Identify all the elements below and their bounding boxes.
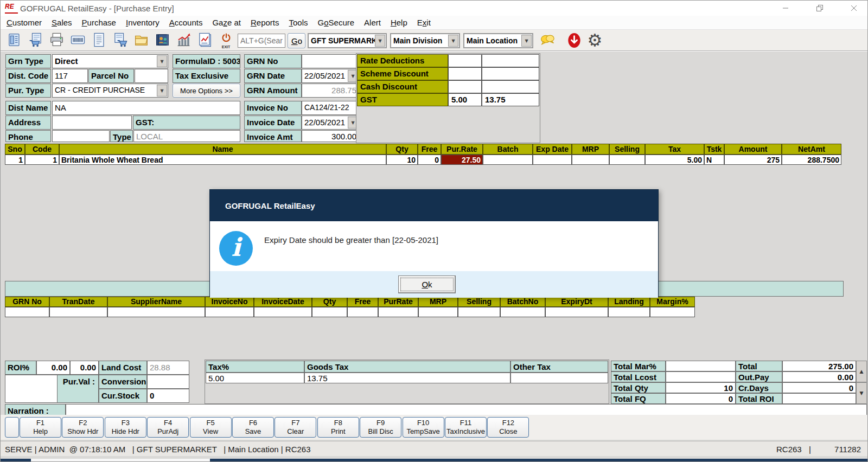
item-cell-name[interactable]: Britania Whole Wheat Bread bbox=[59, 155, 386, 165]
fkey-f5-button[interactable]: F5View bbox=[190, 417, 232, 438]
scroll-down-button[interactable]: ▼ bbox=[856, 382, 867, 404]
dist-code-input[interactable]: 117 bbox=[52, 69, 88, 83]
settings-toolbar-button[interactable]: ⚙ bbox=[584, 30, 605, 50]
barcode-toolbar-button[interactable] bbox=[67, 31, 88, 50]
chevron-down-icon[interactable]: ▼ bbox=[448, 35, 458, 47]
chevron-down-icon[interactable]: ▼ bbox=[157, 85, 167, 97]
menu-item-text: nventory bbox=[128, 18, 159, 27]
menu-item-help[interactable]: Help bbox=[386, 16, 412, 29]
document-toolbar-button[interactable] bbox=[88, 31, 110, 50]
grn-no-input[interactable] bbox=[302, 54, 359, 68]
item-cell-sno[interactable]: 1 bbox=[5, 155, 25, 165]
menu-item-gosecure[interactable]: GoSecure bbox=[313, 16, 360, 29]
deduction-value-2[interactable] bbox=[482, 67, 539, 80]
roi-value-2[interactable]: 0.00 bbox=[70, 361, 99, 375]
menu-item-inventory[interactable]: Inventory bbox=[121, 16, 164, 29]
fkey-f12-button[interactable]: F12Close bbox=[487, 417, 529, 438]
menu-item-accounts[interactable]: Accounts bbox=[164, 16, 208, 29]
pur-type-select[interactable]: CR - CREDIT PURCHASE▼ bbox=[52, 84, 168, 98]
scroll-up-button[interactable]: ▲ bbox=[856, 361, 867, 382]
exit-toolbar-button[interactable]: EXIT bbox=[215, 31, 237, 50]
fkey-f7-button[interactable]: F7Clear bbox=[275, 417, 316, 438]
fkey-f10-button[interactable]: F10TempSave bbox=[403, 417, 444, 438]
menu-item-tools[interactable]: Tools bbox=[284, 16, 313, 29]
deduction-value-2[interactable] bbox=[482, 54, 539, 67]
menu-item-reports[interactable]: Reports bbox=[246, 16, 284, 29]
invoice-date-picker[interactable]: 22/05/2021▼ bbox=[302, 116, 359, 130]
company-value: GFT SUPERMARKI bbox=[311, 36, 379, 45]
fkey-f9-button[interactable]: F9Bill Disc bbox=[360, 417, 401, 438]
chart-toolbar-button[interactable] bbox=[173, 31, 194, 50]
dist-name-input[interactable]: NA bbox=[52, 101, 240, 115]
bill-toolbar-button[interactable] bbox=[4, 31, 25, 50]
purchase-cart-toolbar-button[interactable] bbox=[110, 31, 131, 50]
deduction-value-2[interactable]: 13.75 bbox=[482, 93, 539, 106]
sales-cart-toolbar-button[interactable] bbox=[25, 31, 46, 50]
deduction-value-2[interactable] bbox=[482, 80, 539, 93]
contacts-toolbar-button[interactable] bbox=[152, 31, 173, 50]
restore-button[interactable] bbox=[807, 1, 832, 16]
invoice-amt-input[interactable]: 300.00 bbox=[302, 130, 359, 142]
item-cell-code[interactable]: 1 bbox=[25, 155, 59, 165]
fkey-f4-button[interactable]: F4PurAdj bbox=[147, 417, 189, 438]
menu-item-exit[interactable]: Exit bbox=[412, 16, 436, 29]
fkey-f2-button[interactable]: F2Show Hdr bbox=[62, 417, 104, 438]
invoice-no-input[interactable]: CA124/21-22 bbox=[302, 101, 359, 115]
other-tax-header: Other Tax bbox=[510, 361, 608, 373]
item-cell-qty[interactable]: 10 bbox=[386, 155, 418, 165]
chat-toolbar-button[interactable] bbox=[537, 31, 558, 51]
fkey-blank-button[interactable] bbox=[5, 417, 19, 438]
location-select[interactable]: Main Location▼ bbox=[463, 33, 533, 48]
menu-item-sales[interactable]: Sales bbox=[47, 16, 77, 29]
fkey-f1-button[interactable]: F1Help bbox=[20, 417, 61, 438]
dialog-titlebar[interactable]: GOFRUGAL RetailEasy bbox=[210, 190, 658, 221]
menu-item-purchase[interactable]: Purchase bbox=[77, 16, 121, 29]
item-cell-tax[interactable]: 5.00 bbox=[645, 155, 704, 165]
deduction-value-1[interactable]: 5.00 bbox=[448, 93, 482, 106]
company-select[interactable]: GFT SUPERMARKI▼ bbox=[308, 33, 387, 48]
item-cell-selling[interactable] bbox=[609, 155, 645, 165]
chevron-down-icon[interactable]: ▼ bbox=[157, 55, 167, 67]
go-button[interactable]: Go bbox=[288, 33, 305, 48]
ok-button[interactable]: Ok bbox=[398, 275, 456, 293]
report-toolbar-button[interactable] bbox=[194, 31, 215, 50]
item-cell-exp_date[interactable] bbox=[533, 155, 572, 165]
item-cell-pur_rate[interactable]: 27.50 bbox=[441, 155, 483, 165]
minimize-button[interactable] bbox=[773, 1, 798, 16]
print-toolbar-button[interactable] bbox=[46, 31, 67, 50]
fkey-f11-button[interactable]: F11TaxInclusive bbox=[445, 417, 487, 438]
item-cell-mrp[interactable] bbox=[572, 155, 609, 165]
menu-item-alert[interactable]: Alert bbox=[359, 16, 386, 29]
search-input[interactable] bbox=[238, 34, 285, 48]
chevron-down-icon[interactable]: ▼ bbox=[375, 35, 385, 47]
more-options-button[interactable]: More Options >> bbox=[173, 84, 240, 98]
menu-item-gaze-at[interactable]: Gaze at bbox=[207, 16, 246, 29]
item-cell-tstk[interactable]: N bbox=[704, 155, 724, 165]
deduction-value-1[interactable] bbox=[448, 80, 482, 93]
menu-item-accel: P bbox=[82, 18, 87, 27]
menu-item-customer[interactable]: Customer bbox=[2, 16, 47, 29]
folder-toolbar-button[interactable] bbox=[131, 31, 152, 50]
item-cell-batch[interactable] bbox=[483, 155, 533, 165]
address-input[interactable] bbox=[52, 116, 132, 130]
fkey-f6-button[interactable]: F6Save bbox=[232, 417, 274, 438]
item-cell-amount[interactable]: 275 bbox=[724, 155, 782, 165]
close-button[interactable] bbox=[841, 1, 866, 16]
deduction-value-1[interactable] bbox=[448, 54, 482, 67]
grn-type-select[interactable]: Direct▼ bbox=[52, 54, 168, 68]
deduction-value-1[interactable] bbox=[448, 67, 482, 80]
phone-input[interactable] bbox=[52, 130, 110, 142]
update-toolbar-button[interactable] bbox=[564, 31, 585, 51]
chevron-down-icon[interactable]: ▼ bbox=[521, 35, 532, 47]
fkey-f8-button[interactable]: F8Print bbox=[317, 417, 359, 438]
division-select[interactable]: Main Division▼ bbox=[390, 33, 460, 48]
item-cell-net_amt[interactable]: 288.7500 bbox=[782, 155, 841, 165]
fkey-f3-button[interactable]: F3Hide Hdr bbox=[105, 417, 146, 438]
item-cell-free[interactable]: 0 bbox=[418, 155, 441, 165]
parcel-no-input[interactable] bbox=[135, 69, 168, 83]
grn-date-picker[interactable]: 22/05/2021▼ bbox=[302, 69, 359, 83]
fkey-label: Help bbox=[33, 427, 48, 436]
roi-value-1[interactable]: 0.00 bbox=[36, 361, 70, 375]
dist-name-label: Dist Name bbox=[5, 101, 51, 115]
menu-item-text: e at bbox=[227, 18, 241, 27]
